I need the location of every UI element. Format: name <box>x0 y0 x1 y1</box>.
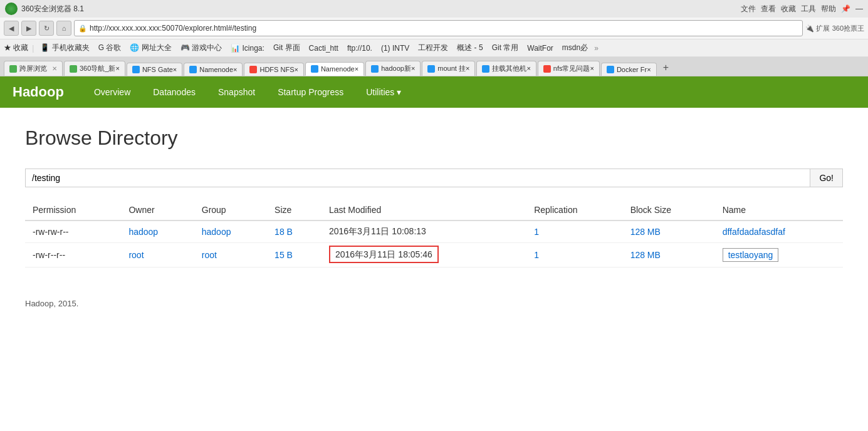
extension-icon[interactable]: 🔌 扩展 <box>805 24 830 33</box>
hadoop-brand: Hadoop <box>13 76 76 108</box>
menu-tools[interactable]: 工具 <box>801 4 816 14</box>
tab-namenode1[interactable]: Namenode× <box>184 63 243 76</box>
browser-title: 360安全浏览器 8.1 <box>21 4 84 14</box>
tab-label: 跨屏浏览 <box>19 64 47 73</box>
directory-table: Permission Owner Group Size Last Modifie… <box>25 200 843 267</box>
tab-label: 360导航_新× <box>80 64 120 73</box>
group-link[interactable]: root <box>202 250 217 260</box>
tab-favicon <box>482 65 489 73</box>
bookmark-icinga[interactable]: 📊 Icinga: <box>228 43 267 54</box>
refresh-button[interactable]: ↻ <box>39 21 54 36</box>
bookmark-star[interactable]: ★ 收藏 <box>4 43 28 53</box>
tab-mount-other[interactable]: 挂载其他机× <box>476 61 536 76</box>
browser-chrome: 360安全浏览器 8.1 文件 查看 收藏 工具 帮助 📌 — ◀ ▶ ↻ ⌂ … <box>0 0 868 76</box>
main-content: Browse Directory Go! Permission Owner Gr… <box>0 108 868 286</box>
path-input[interactable] <box>25 169 810 187</box>
size-link[interactable]: 15 B <box>275 250 293 260</box>
replication-link[interactable]: 1 <box>534 227 539 237</box>
tab-favicon <box>543 65 551 73</box>
bookmark-waitfor[interactable]: WaitFor <box>525 43 556 54</box>
address-input[interactable] <box>90 24 798 33</box>
tab-label: hadoop新× <box>381 64 415 73</box>
tab-label: Namenode× <box>321 65 358 73</box>
col-block-size: Block Size <box>623 200 715 221</box>
nav-snapshot[interactable]: Snapshot <box>207 78 266 106</box>
cell-name: dffafdadafasdfaf <box>715 221 843 243</box>
tab-nfs-issues[interactable]: nfs常见问题× <box>538 61 600 76</box>
deals-icon[interactable]: 360抢票王 <box>832 24 864 33</box>
bookmark-summary[interactable]: 概述 - 5 <box>454 41 485 55</box>
tabs-bar: 跨屏浏览 ✕ 360导航_新× NFS Gate× Namenode× HDFS… <box>0 57 868 76</box>
tab-hadoop[interactable]: hadoop新× <box>365 61 421 76</box>
tab-docker[interactable]: Docker Fr× <box>601 63 657 76</box>
footer: Hadoop, 2015. <box>0 286 868 321</box>
size-link[interactable]: 18 B <box>275 227 293 237</box>
title-bar-right: 文件 查看 收藏 工具 帮助 📌 — <box>741 4 863 14</box>
bookmark-msdn[interactable]: msdn必 <box>560 41 590 55</box>
cell-replication: 1 <box>526 221 622 243</box>
tab-favicon <box>249 66 257 73</box>
tab-label: NFS Gate× <box>142 66 177 73</box>
bookmark-dev[interactable]: 工程开发 <box>416 41 451 55</box>
bookmark-google[interactable]: G 谷歌 <box>96 41 124 55</box>
bookmark-git-common[interactable]: Git 常用 <box>489 41 521 55</box>
bookmark-games[interactable]: 🎮 游戏中心 <box>178 41 224 55</box>
col-replication: Replication <box>526 200 622 221</box>
cell-owner: hadoop <box>121 221 194 243</box>
cell-permission: -rw-r--r-- <box>25 243 121 267</box>
menu-favorites[interactable]: 收藏 <box>781 4 796 14</box>
tab-namenode2[interactable]: Namenode× <box>305 62 364 76</box>
tab-nfsgate[interactable]: NFS Gate× <box>127 63 182 76</box>
title-bar-left: 360安全浏览器 8.1 <box>5 3 84 15</box>
name-link[interactable]: testlaoyang <box>728 250 773 260</box>
bookmark-git-ui[interactable]: Git 界面 <box>271 41 303 55</box>
cell-size: 15 B <box>267 243 322 267</box>
menu-help[interactable]: 帮助 <box>821 4 836 14</box>
tab-360nav[interactable]: 360导航_新× <box>64 61 125 76</box>
col-name: Name <box>715 200 843 221</box>
nav-overview[interactable]: Overview <box>83 78 142 106</box>
col-group: Group <box>194 200 267 221</box>
owner-link[interactable]: root <box>128 250 144 260</box>
cell-permission: -rw-rw-r-- <box>25 221 121 243</box>
nav-datanodes[interactable]: Datanodes <box>142 78 207 106</box>
bookmarks-more[interactable]: » <box>594 44 599 53</box>
blocksize-link[interactable]: 128 MB <box>630 250 661 260</box>
minimize-icon[interactable]: — <box>855 4 863 13</box>
tab-label: Namenode× <box>199 66 237 73</box>
tab-close-icon[interactable]: ✕ <box>52 65 57 72</box>
bookmark-separator: | <box>32 44 34 53</box>
name-link[interactable]: dffafdadafasdfaf <box>723 227 785 237</box>
nav-utilities[interactable]: Utilities ▾ <box>355 78 412 106</box>
tab-mount[interactable]: mount 挂× <box>422 61 475 76</box>
back-button[interactable]: ◀ <box>4 21 19 36</box>
menu-file[interactable]: 文件 <box>741 4 756 14</box>
address-bar: 🔒 <box>74 20 803 36</box>
bookmark-ftp[interactable]: ftp://10. <box>345 43 375 54</box>
bookmark-cacti[interactable]: Cacti_htt <box>306 43 341 54</box>
footer-text: Hadoop, 2015. <box>25 299 78 308</box>
cell-last-modified: 2016年3月11日 10:08:13 <box>322 221 526 243</box>
col-permission: Permission <box>25 200 121 221</box>
owner-link[interactable]: hadoop <box>128 227 158 237</box>
replication-link[interactable]: 1 <box>534 250 539 260</box>
blocksize-link[interactable]: 128 MB <box>630 227 661 237</box>
bookmark-hao123[interactable]: 🌐 网址大全 <box>127 41 174 55</box>
forward-button[interactable]: ▶ <box>21 21 36 36</box>
cell-owner: root <box>121 243 194 267</box>
path-bar: Go! <box>25 169 843 187</box>
group-link[interactable]: hadoop <box>202 227 231 237</box>
new-tab-button[interactable]: + <box>658 60 674 76</box>
tab-kuaping[interactable]: 跨屏浏览 ✕ <box>4 61 63 76</box>
name-box: testlaoyang <box>723 248 779 262</box>
bookmark-intv[interactable]: (1) INTV <box>379 43 412 54</box>
bookmark-mobile[interactable]: 📱 手机收藏夹 <box>38 41 92 55</box>
home-button[interactable]: ⌂ <box>56 21 71 36</box>
tab-favicon <box>9 65 17 73</box>
menu-view[interactable]: 查看 <box>761 4 776 14</box>
go-button[interactable]: Go! <box>810 169 843 187</box>
tab-hdfsnfs[interactable]: HDFS NFS× <box>244 63 303 76</box>
pin-icon[interactable]: 📌 <box>841 4 850 13</box>
tab-favicon <box>427 65 435 73</box>
nav-startup-progress[interactable]: Startup Progress <box>266 78 355 106</box>
